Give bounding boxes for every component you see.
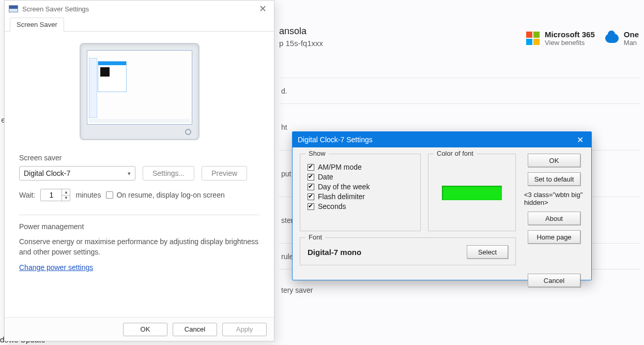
- cancel-button[interactable]: Cancel: [528, 274, 580, 287]
- user-header: ansola p 15s-fq1xxx: [279, 26, 323, 48]
- change-power-link[interactable]: Change power settings: [19, 263, 93, 272]
- onedrive-title: One: [624, 30, 639, 39]
- screensaver-label: Screen saver: [19, 154, 259, 162]
- about-button[interactable]: About: [528, 212, 580, 225]
- preview-button[interactable]: Preview: [202, 166, 247, 181]
- digital-clock-dialog: Digital Clock-7 Settings ✕ Show AM/PM mo…: [292, 131, 592, 280]
- tab-bar: Screen Saver: [5, 17, 274, 32]
- cloud-icon: [605, 34, 619, 43]
- ms365-sub: View benefits: [545, 39, 595, 47]
- font-color-swatch[interactable]: [442, 186, 502, 200]
- opt-flash[interactable]: Flash delimiter: [308, 192, 413, 201]
- color-group: Color of font: [428, 154, 516, 231]
- cancel-button[interactable]: Cancel: [173, 323, 217, 336]
- opt-date[interactable]: Date: [308, 173, 413, 181]
- settings-row[interactable]: d.: [279, 78, 641, 103]
- screensaver-select[interactable]: Digital Clock-7 ▾: [19, 166, 135, 181]
- dc-titlebar: Digital Clock-7 Settings ✕: [293, 132, 591, 147]
- font-name: Digital-7 mono: [308, 248, 361, 257]
- tab-screensaver[interactable]: Screen Saver: [10, 18, 64, 32]
- spinner-down-icon[interactable]: ▼: [62, 196, 70, 201]
- power-desc: Conserve energy or maximise performance …: [19, 237, 259, 257]
- wait-label: Wait:: [19, 191, 35, 199]
- set-default-button[interactable]: Set to default: [528, 172, 580, 186]
- show-legend: Show: [305, 149, 329, 157]
- wait-spinner[interactable]: ▲ ▼: [40, 189, 70, 201]
- ok-button[interactable]: OK: [123, 323, 167, 336]
- checkbox-icon: [308, 164, 314, 171]
- ms365-title: Microsoft 365: [545, 30, 595, 39]
- apply-button[interactable]: Apply: [222, 323, 267, 336]
- show-group: Show AM/PM mode Date Day of the week Fla…: [300, 154, 421, 231]
- settings-button[interactable]: Settings...: [143, 166, 194, 181]
- spinner-up-icon[interactable]: ▲: [62, 189, 70, 196]
- device-model: p 15s-fq1xxx: [279, 39, 323, 48]
- microsoft-logo-icon: [526, 32, 540, 45]
- header-right: Microsoft 365 View benefits One Man: [526, 30, 639, 47]
- ms365-tile[interactable]: Microsoft 365 View benefits: [526, 30, 595, 47]
- close-button[interactable]: ✕: [255, 3, 270, 14]
- dc-title: Digital Clock-7 Settings: [298, 136, 373, 144]
- color-legend: Color of font: [434, 149, 477, 157]
- ok-button[interactable]: OK: [528, 154, 580, 167]
- opt-sec[interactable]: Seconds: [308, 202, 413, 211]
- onedrive-tile[interactable]: One Man: [605, 30, 639, 47]
- close-button[interactable]: ✕: [574, 135, 586, 145]
- checkbox-icon: [106, 191, 113, 199]
- checkbox-icon: [308, 174, 314, 181]
- checkbox-icon: [308, 193, 314, 200]
- select-font-button[interactable]: Select: [467, 245, 508, 259]
- screensaver-value: Digital Clock-7: [24, 169, 70, 177]
- preview-monitor: [19, 43, 259, 140]
- opt-ampm[interactable]: AM/PM mode: [308, 163, 413, 171]
- resume-label: On resume, display log-on screen: [116, 191, 224, 199]
- user-name: ansola: [279, 26, 323, 37]
- screensaver-dialog: Screen Saver Settings ✕ Screen Saver Scr…: [4, 0, 274, 341]
- minutes-label: minutes: [75, 191, 101, 199]
- font-group: Font Digital-7 mono Select: [300, 237, 516, 265]
- checkbox-icon: [308, 184, 314, 190]
- home-page-button[interactable]: Home page: [528, 230, 580, 244]
- onedrive-sub: Man: [624, 39, 639, 47]
- dialog-footer: OK Cancel Apply: [5, 317, 274, 341]
- opt-dow[interactable]: Day of the week: [308, 183, 413, 191]
- screensaver-app-icon: [9, 5, 18, 12]
- wait-input[interactable]: [41, 189, 62, 201]
- font-legend: Font: [305, 233, 325, 241]
- dialog-titlebar: Screen Saver Settings ✕: [5, 1, 274, 17]
- power-title: Power management: [19, 222, 259, 231]
- chevron-down-icon: ▾: [128, 170, 131, 177]
- dialog-title: Screen Saver Settings: [22, 5, 89, 13]
- checkbox-icon: [308, 203, 314, 210]
- resume-checkbox[interactable]: On resume, display log-on screen: [106, 191, 224, 199]
